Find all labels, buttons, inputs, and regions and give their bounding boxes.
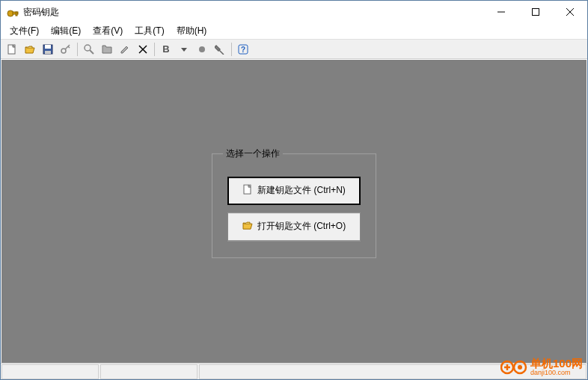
menu-edit[interactable]: 编辑(E) <box>45 23 87 39</box>
maximize-button[interactable] <box>518 1 553 23</box>
toolbar-separator <box>231 43 232 56</box>
svg-rect-9 <box>45 45 51 49</box>
toolbar-separator <box>154 43 155 56</box>
status-bar <box>1 363 587 379</box>
help-icon[interactable]: ? <box>235 41 251 58</box>
app-icon <box>7 6 19 18</box>
svg-text:?: ? <box>241 46 245 54</box>
minimize-button[interactable] <box>484 1 518 23</box>
window-title: 密码钥匙 <box>23 6 484 19</box>
status-pane-2 <box>100 364 197 379</box>
dropdown-icon[interactable] <box>176 41 192 58</box>
menu-tools[interactable]: 工具(T) <box>129 23 170 39</box>
open-file-icon[interactable] <box>22 41 38 58</box>
new-file-icon <box>242 184 253 197</box>
open-key-file-label: 打开钥匙文件 (Ctrl+O) <box>257 220 346 233</box>
menu-file[interactable]: 文件(F) <box>4 23 45 39</box>
svg-rect-2 <box>16 12 17 16</box>
svg-line-13 <box>68 46 70 48</box>
hammer-icon[interactable] <box>212 41 228 58</box>
toolbar-separator <box>77 43 78 56</box>
title-bar: 密码钥匙 <box>1 1 587 23</box>
toolbar: B ? <box>1 40 587 59</box>
svg-point-14 <box>85 45 91 51</box>
operation-legend: 选择一个操作 <box>223 147 283 160</box>
workspace: 选择一个操作 新建钥匙文件 (Ctrl+N) 打开钥匙文件 (Ctrl+O) <box>1 60 587 363</box>
key-icon[interactable] <box>58 41 74 58</box>
operation-panel: 选择一个操作 新建钥匙文件 (Ctrl+N) 打开钥匙文件 (Ctrl+O) <box>212 147 376 258</box>
svg-point-18 <box>199 46 205 52</box>
find-icon[interactable] <box>81 41 97 58</box>
close-button[interactable] <box>553 1 587 23</box>
status-pane-3 <box>199 364 587 379</box>
delete-icon[interactable] <box>135 41 151 58</box>
new-file-icon[interactable] <box>4 41 20 58</box>
edit-icon[interactable] <box>117 41 133 58</box>
menu-view[interactable]: 查看(V) <box>87 23 129 39</box>
window-controls <box>484 1 587 23</box>
open-key-file-button[interactable]: 打开钥匙文件 (Ctrl+O) <box>227 212 361 241</box>
new-key-file-label: 新建钥匙文件 (Ctrl+N) <box>257 184 346 197</box>
svg-line-15 <box>90 50 94 54</box>
menu-help[interactable]: 帮助(H) <box>171 23 213 39</box>
bold-icon[interactable]: B <box>158 41 174 58</box>
status-pane-1 <box>1 364 99 379</box>
svg-rect-4 <box>533 9 539 16</box>
save-icon[interactable] <box>40 41 56 58</box>
open-file-icon <box>242 220 253 233</box>
folder-icon[interactable] <box>99 41 115 58</box>
svg-rect-10 <box>45 51 51 54</box>
new-key-file-button[interactable]: 新建钥匙文件 (Ctrl+N) <box>227 177 361 205</box>
menu-bar: 文件(F) 编辑(E) 查看(V) 工具(T) 帮助(H) <box>1 23 587 40</box>
record-icon[interactable] <box>194 41 210 58</box>
